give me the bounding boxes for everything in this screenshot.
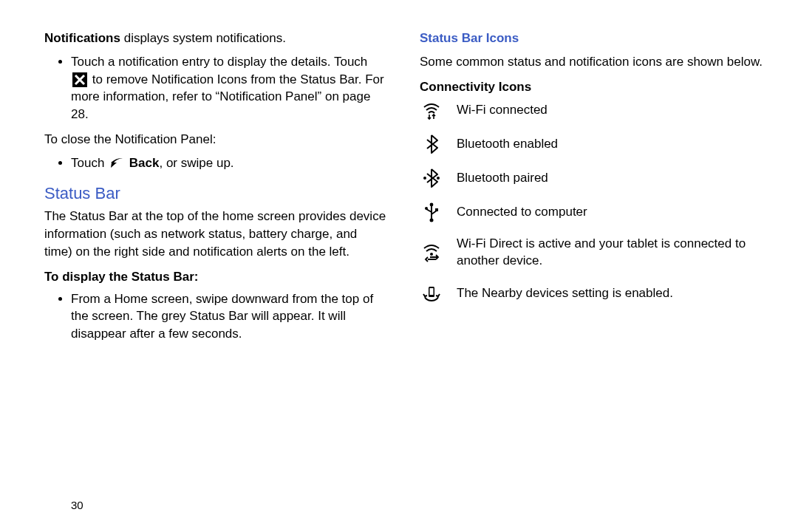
notifications-intro-bold: Notifications xyxy=(44,31,120,45)
svg-point-6 xyxy=(430,253,433,256)
usb-label: Connected to computer xyxy=(457,204,763,221)
close-bullet-a: Touch xyxy=(71,156,108,170)
display-status-bar-bullet: From a Home screen, swipe downward from … xyxy=(71,290,387,343)
close-bullet-back: Back xyxy=(129,156,160,170)
bt-paired-label: Bluetooth paired xyxy=(457,170,763,187)
notifications-bullet-1: Touch a notification entry to display th… xyxy=(71,53,387,123)
svg-rect-4 xyxy=(435,208,438,211)
close-icon xyxy=(72,72,87,87)
svg-rect-8 xyxy=(430,288,434,295)
back-icon xyxy=(109,156,124,171)
close-panel-bullet: Touch Back, or swipe up. xyxy=(71,154,387,172)
icon-row-usb: Connected to computer xyxy=(420,202,763,222)
page-number: 30 xyxy=(71,499,83,511)
left-column: Notifications displays system notificati… xyxy=(44,30,387,350)
right-column: Status Bar Icons Some common status and … xyxy=(420,30,763,350)
notifications-intro-rest: displays system notifications. xyxy=(120,31,286,45)
notifications-intro: Notifications displays system notificati… xyxy=(44,30,387,47)
icon-row-bt-paired: Bluetooth paired xyxy=(420,168,763,188)
status-bar-icons-heading: Status Bar Icons xyxy=(420,30,763,47)
usb-icon xyxy=(420,202,443,222)
status-bar-body: The Status Bar at the top of the home sc… xyxy=(44,208,387,260)
nearby-devices-icon xyxy=(420,283,443,304)
display-status-bar-bullets: From a Home screen, swipe downward from … xyxy=(44,290,387,343)
icon-row-nearby: The Nearby devices setting is enabled. xyxy=(420,283,763,304)
icon-row-bt-enabled: Bluetooth enabled xyxy=(420,134,763,154)
status-bar-icons-intro: Some common status and notification icon… xyxy=(420,53,763,71)
bullet1-part-c: “Notification Panel” xyxy=(216,89,325,103)
svg-point-2 xyxy=(430,203,434,207)
two-column-layout: Notifications displays system notificati… xyxy=(44,30,763,350)
status-bar-heading: Status Bar xyxy=(44,183,387,205)
page: Notifications displays system notificati… xyxy=(0,0,798,532)
display-status-bar-subhead: To display the Status Bar: xyxy=(44,268,387,286)
nearby-label: The Nearby devices setting is enabled. xyxy=(457,285,763,302)
wifi-icon xyxy=(420,100,443,120)
svg-point-1 xyxy=(437,177,440,180)
wifi-direct-icon xyxy=(420,242,443,263)
bt-enabled-label: Bluetooth enabled xyxy=(457,136,763,153)
icon-row-wifi: Wi-Fi connected xyxy=(420,100,763,120)
connectivity-icons-heading: Connectivity Icons xyxy=(420,78,763,96)
svg-point-0 xyxy=(423,177,426,180)
notifications-bullets: Touch a notification entry to display th… xyxy=(44,53,387,123)
icon-row-wifi-direct: Wi-Fi Direct is active and your tablet i… xyxy=(420,236,763,270)
wifi-label: Wi-Fi connected xyxy=(457,102,763,119)
svg-point-3 xyxy=(425,207,428,210)
close-bullet-c: , or swipe up. xyxy=(159,156,233,170)
bluetooth-paired-icon xyxy=(420,168,443,188)
close-panel-bullets: Touch Back, or swipe up. xyxy=(44,154,387,172)
svg-point-5 xyxy=(430,219,434,222)
close-panel-line: To close the Notification Panel: xyxy=(44,131,387,149)
bluetooth-enabled-icon xyxy=(420,134,443,154)
wifi-direct-label: Wi-Fi Direct is active and your tablet i… xyxy=(457,236,763,270)
bullet1-part-a: Touch a notification entry to display th… xyxy=(71,55,367,69)
